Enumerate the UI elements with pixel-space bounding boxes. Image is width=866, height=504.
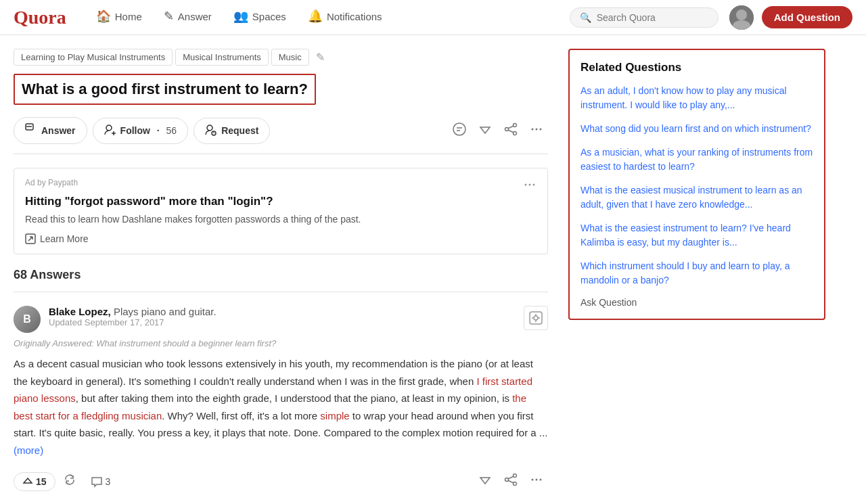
nav-answer[interactable]: ✎ Answer [154, 3, 221, 31]
share-icon-button[interactable] [499, 118, 522, 144]
related-question-1[interactable]: As an adult, I don't know how to play an… [580, 84, 813, 112]
svg-point-35 [532, 479, 534, 481]
downvote-icon-button[interactable] [474, 118, 497, 144]
answer-author-name: Blake Lopez [49, 306, 108, 317]
related-question-4[interactable]: What is the easiest musical instrument t… [580, 183, 813, 212]
question-heading: What is a good first instrument to learn… [14, 74, 316, 105]
svg-line-16 [508, 130, 514, 133]
request-label: Request [221, 125, 258, 136]
breadcrumb-3[interactable]: Music [271, 49, 309, 66]
svg-line-15 [508, 126, 514, 129]
svg-point-36 [536, 479, 538, 481]
avatar[interactable] [729, 5, 754, 30]
answer-downvote-button[interactable] [474, 468, 497, 495]
comment-count: 3 [106, 476, 111, 487]
ad-title: Hitting "forgot password" more than "log… [25, 195, 537, 208]
comment-button[interactable]: 3 [84, 472, 118, 492]
answer-meta: Blake Lopez, Plays piano and guitar. Upd… [49, 306, 524, 327]
answer-share-button[interactable] [499, 468, 522, 495]
svg-point-20 [525, 184, 527, 186]
answer-label: Answer [41, 125, 76, 136]
svg-point-10 [214, 133, 214, 134]
svg-point-17 [532, 128, 534, 130]
learn-more-label: Learn More [40, 233, 89, 244]
nav-home[interactable]: 🏠 Home [87, 3, 152, 31]
svg-point-1 [733, 20, 750, 30]
answer-credential: Plays piano and guitar. [114, 306, 216, 317]
related-question-2[interactable]: What song did you learn first and on whi… [580, 122, 813, 136]
main-nav: 🏠 Home ✎ Answer 👥 Spaces 🔔 Notifications [87, 3, 570, 31]
search-input[interactable] [597, 12, 708, 23]
answer-icon: ✎ [164, 9, 174, 24]
ask-question-link[interactable]: Ask Question [580, 297, 813, 308]
ad-body: Read this to learn how Dashlane makes fo… [25, 212, 537, 227]
answer-icon [25, 123, 37, 138]
content-area: Learning to Play Musical Instruments Mus… [14, 49, 548, 504]
answer-button[interactable]: Answer [14, 117, 87, 144]
home-icon: 🏠 [96, 9, 111, 24]
search-bar: 🔍 [570, 7, 719, 28]
svg-point-11 [453, 123, 465, 135]
svg-point-19 [540, 128, 542, 130]
avatar-letter: B [14, 306, 41, 333]
svg-point-32 [514, 482, 517, 486]
notifications-icon: 🔔 [308, 9, 323, 24]
answer-item: B Blake Lopez, Plays piano and guitar. U… [14, 306, 548, 504]
svg-line-33 [508, 476, 514, 479]
original-question: Originally Answered: What instrument sho… [14, 338, 548, 348]
breadcrumbs: Learning to Play Musical Instruments Mus… [14, 49, 548, 66]
related-question-5[interactable]: What is the easiest instrument to learn?… [580, 221, 813, 250]
related-questions-title: Related Questions [580, 61, 813, 74]
answers-count: 68 Answers [14, 268, 548, 292]
svg-point-25 [534, 316, 538, 320]
nav-answer-label: Answer [178, 11, 212, 22]
nav-spaces[interactable]: 👥 Spaces [224, 3, 296, 31]
highlight-1: I first started piano lessons [14, 375, 532, 405]
ad-label: Ad by Paypath [25, 178, 78, 187]
breadcrumb-2[interactable]: Musical Instruments [175, 49, 269, 66]
svg-rect-24 [530, 312, 542, 324]
svg-point-21 [529, 184, 531, 186]
upvote-count: 15 [36, 476, 47, 487]
request-button[interactable]: Request [193, 118, 270, 144]
add-question-button[interactable]: Add Question [762, 6, 852, 28]
ai-icon-button[interactable] [524, 306, 548, 330]
edit-icon[interactable]: ✎ [316, 51, 325, 64]
related-question-6[interactable]: Which instrument should I buy and learn … [580, 259, 813, 288]
answer-avatar[interactable]: B [14, 306, 41, 333]
follow-button[interactable]: Follow · 56 [93, 118, 189, 144]
answer-footer: 15 3 [14, 468, 548, 495]
svg-point-37 [540, 479, 542, 481]
spaces-icon: 👥 [233, 9, 248, 24]
comment-icon-button[interactable] [448, 118, 471, 144]
nav-notifications[interactable]: 🔔 Notifications [298, 3, 392, 31]
question-title: What is a good first instrument to learn… [14, 74, 548, 117]
ad-learn-more[interactable]: Learn More [25, 233, 537, 244]
breadcrumb-1[interactable]: Learning to Play Musical Instruments [14, 49, 173, 66]
svg-point-4 [106, 125, 112, 131]
upvote-button[interactable]: 15 [14, 472, 55, 491]
follow-icon [104, 124, 116, 138]
action-bar: Answer Follow · 56 Request [14, 117, 548, 154]
answer-text: As a decent casual musician who took les… [14, 355, 548, 459]
answer-header: B Blake Lopez, Plays piano and guitar. U… [14, 306, 548, 333]
svg-line-34 [508, 480, 514, 483]
svg-point-31 [505, 478, 509, 482]
answer-date: Updated September 17, 2017 [49, 317, 524, 327]
related-question-3[interactable]: As a musician, what is your ranking of i… [580, 145, 813, 174]
refresh-button[interactable] [60, 469, 80, 493]
more-options-button[interactable] [525, 118, 548, 144]
answer-author-line: Blake Lopez, Plays piano and guitar. [49, 306, 524, 317]
ad-more-button[interactable] [523, 178, 537, 195]
nav-home-label: Home [115, 11, 142, 22]
more-link[interactable]: (more) [14, 444, 43, 456]
quora-logo[interactable]: Quora [14, 7, 66, 28]
follow-count: 56 [166, 125, 177, 136]
header: Quora 🏠 Home ✎ Answer 👥 Spaces 🔔 Notific… [0, 0, 866, 35]
answer-more-button[interactable] [525, 468, 548, 495]
svg-point-0 [736, 9, 747, 20]
search-icon: 🔍 [580, 12, 591, 23]
svg-point-7 [207, 125, 212, 131]
related-questions-box: Related Questions As an adult, I don't k… [568, 49, 825, 320]
svg-point-22 [533, 184, 535, 186]
